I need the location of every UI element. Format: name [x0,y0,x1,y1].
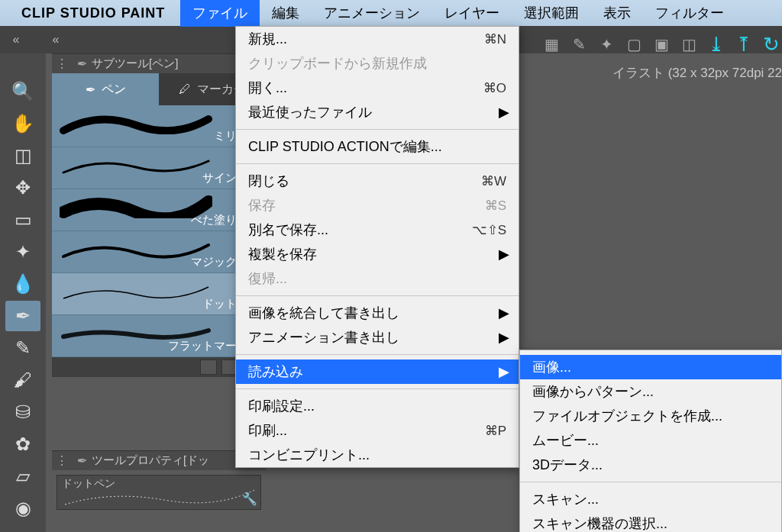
subtool-title: サブツール[ペン] [92,56,178,71]
stroke-preview [60,237,212,260]
stroke-preview [60,279,212,302]
toolprop-body: ドットペン 🔧 [52,470,266,532]
file-menu: 新規...⌘Nクリップボードから新規作成開く...⌘O最近使ったファイル▶CLI… [235,26,519,468]
target-icon[interactable]: ✦ [596,34,617,55]
collapse-left-icon[interactable]: « [3,28,29,51]
app-title: CLIP STUDIO PAINT [21,5,165,21]
collapse-mid-icon[interactable]: « [43,28,69,51]
menu-item: 復帰... [236,266,519,291]
menu-item[interactable]: 開く...⌘O [236,76,519,100]
menu-file[interactable]: ファイル [180,0,260,27]
decoration-tool[interactable]: ✿ [5,429,40,459]
flip-v-icon[interactable]: ⤒ [733,34,755,55]
stroke-preview [60,153,212,176]
top-toolbar: ▦ ✎ ✦ ▢ ▣ ◫ ⤓ ⤒ ↻ [541,29,782,60]
brush-item[interactable]: べた塗りペン [52,189,266,231]
submenu-item[interactable]: スキャン... [520,487,781,511]
footer-btn-1[interactable] [200,360,217,375]
menu-filter[interactable]: フィルター [643,0,736,27]
blend-tool[interactable]: ◉ [5,493,40,524]
marquee-tool[interactable]: ▭ [5,205,40,235]
canvas-info: イラスト (32 x 32px 72dpi 22 [612,64,782,82]
stroke-preview [60,111,212,134]
zoom-tool[interactable]: 🔍 [5,76,40,107]
import-submenu: 画像...画像からパターン...ファイルオブジェクトを作成...ムービー...3… [519,350,782,532]
menu-edit[interactable]: 編集 [260,0,312,27]
menu-item[interactable]: コンビニプリント... [236,443,519,467]
subtool-grip-icon[interactable]: ⋮ [52,56,72,71]
menu-item[interactable]: 印刷...⌘P [236,418,519,443]
brush-item[interactable]: フラットマーカー [52,315,266,357]
wrench-icon[interactable]: 🔧 [242,492,257,506]
brush-item[interactable]: マジックペン [52,231,266,273]
airbrush-tool[interactable]: ⛁ [5,397,40,427]
pencil-tool[interactable]: ✎ [5,333,40,363]
menu-view[interactable]: 表示 [591,0,643,27]
pen-tab-icon: ✒ [86,82,95,97]
submenu-item[interactable]: 画像からパターン... [520,379,781,404]
overlap-icon[interactable]: ▣ [651,34,672,55]
submenu-item[interactable]: スキャン機器の選択... [520,511,781,532]
menu-item[interactable]: 複製を保存▶ [236,242,519,266]
wand-tool[interactable]: ✦ [5,237,40,267]
subtool-panel: ✒ペン 🖊マーカー ミリペン サインペン べた塗りペン マジックペン ドットペン… [52,73,266,377]
toolprop-title: ツールプロパティ[ドッ [92,453,209,468]
toolprop-preview: ドットペン 🔧 [57,475,261,510]
marker-tab-icon: 🖊 [179,82,191,96]
toolprop-grip-icon[interactable]: ⋮ [52,453,72,468]
brush-item[interactable]: サインペン [52,147,266,189]
menu-item: クリップボードから新規作成 [236,51,519,76]
menu-item[interactable]: CLIP STUDIO ACTIONで編集... [236,134,519,159]
submenu-item[interactable]: 3Dデータ... [520,453,781,477]
menu-item[interactable]: 閉じる⌘W [236,169,519,193]
submenu-item[interactable]: ファイルオブジェクトを作成... [520,404,781,428]
marquee-icon[interactable]: ◫ [678,34,700,55]
menu-item[interactable]: 画像を統合して書き出し▶ [236,301,519,325]
menu-item[interactable]: 新規...⌘N [236,27,519,51]
flip-h-icon[interactable]: ⤓ [706,34,727,55]
rotate-icon[interactable]: ↻ [761,34,782,55]
brush-item[interactable]: ミリペン [52,105,266,147]
menu-layer[interactable]: レイヤー [432,0,512,27]
pen-icon: ✒ [72,56,92,71]
menu-item[interactable]: アニメーション書き出し▶ [236,325,519,350]
tab-pen-label: ペン [102,82,126,98]
brush-icon[interactable]: ✎ [568,34,590,55]
pen-icon: ✒ [72,453,92,468]
menu-item[interactable]: 印刷設定... [236,394,519,418]
brush-item[interactable]: ドットペン [52,273,266,315]
subtool-footer [52,357,266,377]
menubar: CLIP STUDIO PAINT ファイル 編集 アニメーション レイヤー 選… [0,0,782,26]
hand-tool[interactable]: ✋ [5,108,40,139]
eraser-tool[interactable]: ▱ [5,461,40,492]
move-tool[interactable]: ✥ [5,172,40,203]
menu-selection[interactable]: 選択範囲 [512,0,591,27]
menu-item: 保存⌘S [236,193,519,218]
menu-animation[interactable]: アニメーション [312,0,432,27]
stroke-preview [60,195,212,218]
brush-tool[interactable]: 🖌 [5,365,40,395]
submenu-item[interactable]: ムービー... [520,428,781,453]
grid-icon[interactable]: ▦ [541,34,562,55]
subtool-tabs: ✒ペン 🖊マーカー [52,73,266,105]
menu-item[interactable]: 読み込み▶ [236,360,519,384]
eyedropper-tool[interactable]: 💧 [5,269,40,299]
pen-tool[interactable]: ✒ [5,301,40,331]
tab-pen[interactable]: ✒ペン [52,73,159,105]
submenu-item[interactable]: 画像... [520,355,781,379]
object-tool[interactable]: ◫ [5,140,40,171]
toolprop-header: ⋮ ✒ ツールプロパティ[ドッ [52,450,266,470]
menu-item[interactable]: 別名で保存...⌥⇧S [236,218,519,242]
square-icon[interactable]: ▢ [623,34,645,55]
menu-item[interactable]: 最近使ったファイル▶ [236,100,519,124]
brush-list: ミリペン サインペン べた塗りペン マジックペン ドットペン フラットマーカー [52,105,266,357]
tool-column: 🔍 ✋ ◫ ✥ ▭ ✦ 💧 ✒ ✎ 🖌 ⛁ ✿ ▱ ◉ [0,53,46,532]
